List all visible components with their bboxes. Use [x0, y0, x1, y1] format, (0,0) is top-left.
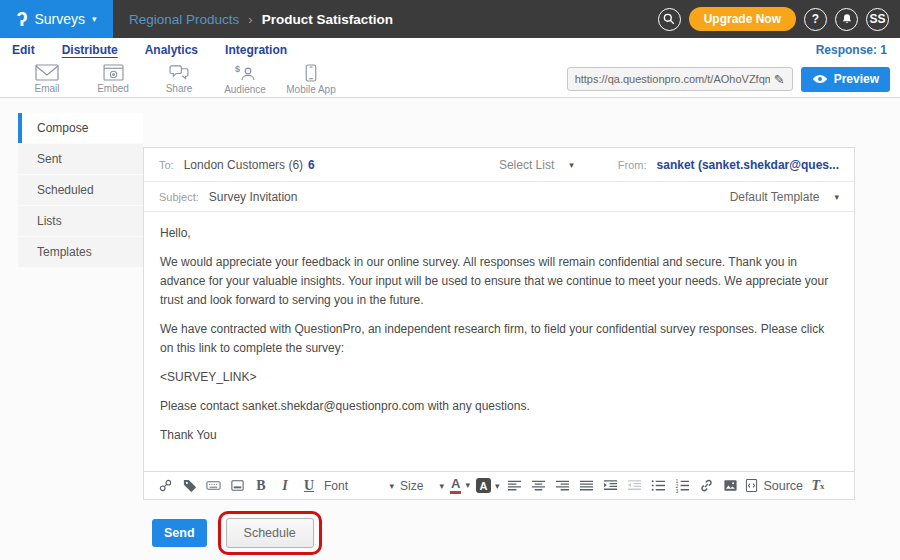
- send-button[interactable]: Send: [152, 519, 207, 547]
- breadcrumb-folder-link[interactable]: Regional Products: [129, 12, 239, 27]
- surveys-menu[interactable]: ʔ Surveys ▾: [0, 0, 113, 38]
- schedule-button[interactable]: Schedule: [226, 518, 314, 548]
- tag-icon: [182, 478, 197, 493]
- source-button[interactable]: Source: [745, 478, 803, 493]
- survey-nav-tabs: Edit Distribute Analytics Integration Re…: [0, 38, 900, 61]
- embed-icon: [103, 64, 124, 81]
- indent-increase-button[interactable]: [601, 476, 619, 496]
- source-label: Source: [763, 479, 803, 493]
- indent-decrease-button: [625, 476, 643, 496]
- tab-analytics[interactable]: Analytics: [145, 43, 198, 57]
- insert-keyboard-button[interactable]: [204, 476, 222, 496]
- remove-format-button[interactable]: Tx: [809, 476, 827, 496]
- questionpro-logo-icon: ʔ: [16, 9, 27, 29]
- align-left-button[interactable]: [505, 476, 523, 496]
- subject-input[interactable]: Survey Invitation: [209, 190, 298, 204]
- source-document-icon: [745, 478, 758, 493]
- indent-decrease-icon: [627, 478, 642, 493]
- justify-icon: [579, 478, 594, 493]
- chain-link-icon: [158, 478, 173, 493]
- chevron-down-icon: ▾: [465, 480, 470, 490]
- body-paragraph: Thank You: [160, 426, 838, 445]
- sidebar-item-scheduled[interactable]: Scheduled: [18, 175, 143, 205]
- italic-button[interactable]: I: [276, 476, 294, 496]
- chevron-down-icon: ▾: [439, 481, 444, 491]
- template-selected-value: Default Template: [730, 190, 820, 204]
- align-center-button[interactable]: [529, 476, 547, 496]
- bold-button[interactable]: B: [252, 476, 270, 496]
- preview-button[interactable]: Preview: [801, 67, 890, 92]
- surveys-menu-label: Surveys: [35, 11, 86, 27]
- svg-text:3: 3: [675, 488, 678, 493]
- numbered-list-button[interactable]: 123: [673, 476, 691, 496]
- chevron-down-icon: ▾: [92, 15, 97, 24]
- sidebar-item-sent[interactable]: Sent: [18, 144, 143, 174]
- numbered-list-icon: 123: [675, 478, 690, 493]
- search-button[interactable]: [658, 8, 681, 31]
- recipient-count: 6: [308, 158, 315, 172]
- justify-button[interactable]: [577, 476, 595, 496]
- edit-url-icon[interactable]: ✎: [774, 73, 785, 86]
- to-row: To: London Customers (6) 6 Select List ▾…: [144, 148, 854, 182]
- bell-icon: [841, 13, 853, 25]
- merge-tag-button[interactable]: [180, 476, 198, 496]
- subject-label: Subject:: [159, 191, 199, 203]
- avatar[interactable]: SS: [866, 8, 889, 31]
- distribute-channel-email[interactable]: Email: [14, 64, 80, 94]
- font-dropdown-label: Font: [324, 479, 348, 493]
- size-dropdown-label: Size: [400, 479, 423, 493]
- align-right-button[interactable]: [553, 476, 571, 496]
- richtext-toolbar: B I U Font ▾ Size ▾ A ▾ A ▾: [144, 471, 854, 499]
- distribute-channel-embed[interactable]: Embed: [80, 64, 146, 94]
- insert-button-widget-button[interactable]: [228, 476, 246, 496]
- bulleted-list-button[interactable]: [649, 476, 667, 496]
- link-icon: [699, 478, 714, 493]
- distribute-channel-audience[interactable]: $ Audience: [212, 64, 278, 95]
- remove-format-sub: x: [820, 481, 825, 491]
- response-count[interactable]: Response: 1: [816, 43, 887, 57]
- sidebar-item-compose[interactable]: Compose: [18, 113, 143, 143]
- mobile-app-label: Mobile App: [286, 84, 335, 95]
- template-dropdown[interactable]: Default Template ▾: [730, 190, 839, 204]
- survey-url-field[interactable]: https://qa.questionpro.com/t/AOhoVZfqml …: [567, 67, 793, 91]
- indent-increase-icon: [603, 478, 618, 493]
- sidebar-item-lists[interactable]: Lists: [18, 206, 143, 236]
- bulleted-list-icon: [651, 478, 666, 493]
- to-label: To:: [159, 159, 174, 171]
- insert-image-button[interactable]: [721, 476, 739, 496]
- body-paragraph: We would appreciate your feedback in our…: [160, 253, 838, 310]
- from-label: From:: [618, 159, 647, 171]
- tab-edit[interactable]: Edit: [12, 43, 35, 57]
- text-color-dropdown[interactable]: A ▾: [450, 477, 470, 494]
- top-header: ʔ Surveys ▾ Regional Products › Product …: [0, 0, 900, 38]
- insert-survey-link-button[interactable]: [156, 476, 174, 496]
- font-dropdown[interactable]: Font ▾: [324, 479, 394, 493]
- body-paragraph: Hello,: [160, 224, 838, 243]
- underline-button[interactable]: U: [300, 476, 318, 496]
- size-dropdown[interactable]: Size ▾: [400, 479, 444, 493]
- notifications-button[interactable]: [835, 8, 858, 31]
- help-button[interactable]: ?: [804, 8, 827, 31]
- chevron-down-icon: ▾: [569, 160, 574, 170]
- email-body-editor[interactable]: Hello, We would appreciate your feedback…: [144, 212, 854, 471]
- distribute-channel-mobile[interactable]: Mobile App: [278, 64, 344, 95]
- mobile-app-icon: [305, 64, 317, 82]
- body-paragraph: <SURVEY_LINK>: [160, 368, 838, 387]
- compose-card: To: London Customers (6) 6 Select List ▾…: [143, 147, 855, 500]
- email-label: Email: [34, 83, 59, 94]
- tab-distribute[interactable]: Distribute: [62, 43, 118, 57]
- background-color-dropdown[interactable]: A ▾: [476, 478, 500, 493]
- upgrade-now-button[interactable]: Upgrade Now: [689, 7, 796, 31]
- button-widget-icon: [230, 478, 245, 493]
- remove-format-glyph: T: [812, 478, 821, 494]
- select-list-dropdown[interactable]: Select List ▾: [499, 158, 574, 172]
- insert-link-button[interactable]: [697, 476, 715, 496]
- questionpro-app: ʔ Surveys ▾ Regional Products › Product …: [0, 0, 900, 560]
- from-group: From: sanket (sanket.shekdar@ques...: [618, 158, 839, 172]
- tab-integration[interactable]: Integration: [225, 43, 287, 57]
- body-paragraph: We have contracted with QuestionPro, an …: [160, 320, 838, 358]
- distribute-channel-share[interactable]: Share: [146, 64, 212, 94]
- sidebar-item-templates[interactable]: Templates: [18, 237, 143, 267]
- from-sender-dropdown[interactable]: sanket (sanket.shekdar@ques...: [657, 158, 839, 172]
- audience-label: Audience: [224, 84, 266, 95]
